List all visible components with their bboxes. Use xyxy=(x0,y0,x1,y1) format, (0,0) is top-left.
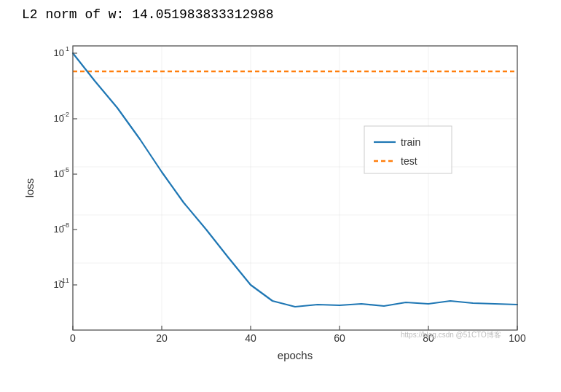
svg-text:−2: −2 xyxy=(62,111,69,118)
svg-text:loss: loss xyxy=(23,179,36,198)
svg-text:100: 100 xyxy=(509,332,526,344)
svg-text:−5: −5 xyxy=(62,166,69,173)
svg-text:40: 40 xyxy=(245,332,256,344)
svg-text:−11: −11 xyxy=(58,277,69,284)
svg-text:0: 0 xyxy=(70,332,76,344)
svg-text:20: 20 xyxy=(156,332,168,344)
chart-container: 10 1 10 −2 10 −5 10 −8 10 −11 0 20 40 60… xyxy=(22,28,554,370)
svg-text:train: train xyxy=(401,136,420,148)
svg-text:https://blog.csdn @51CTO博客: https://blog.csdn @51CTO博客 xyxy=(401,331,501,339)
svg-text:10: 10 xyxy=(54,47,64,58)
svg-text:test: test xyxy=(401,155,417,167)
page-title: L2 norm of w: 14.051983833312988 xyxy=(22,7,274,22)
svg-text:60: 60 xyxy=(334,332,345,344)
svg-text:1: 1 xyxy=(66,45,69,52)
svg-text:−8: −8 xyxy=(62,222,69,229)
svg-rect-0 xyxy=(73,46,517,330)
svg-text:epochs: epochs xyxy=(278,349,313,361)
